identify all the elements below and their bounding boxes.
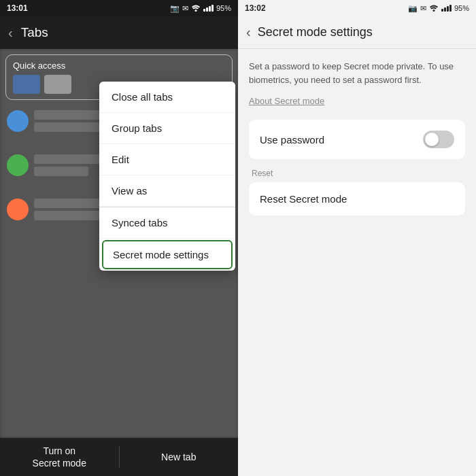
toggle-knob xyxy=(425,133,439,146)
battery-left: 95% xyxy=(216,4,231,12)
tab-bar-3b xyxy=(34,211,109,220)
turn-on-secret-mode-button[interactable]: Turn on Secret mode xyxy=(0,445,119,469)
tab-icon-3 xyxy=(7,199,29,220)
wifi-icon-right xyxy=(429,4,439,13)
thumbnail-1 xyxy=(13,75,40,94)
use-password-label: Use password xyxy=(260,134,324,146)
quick-access-label: Quick access xyxy=(13,61,225,71)
dropdown-menu: Close all tabs Group tabs Edit View as S… xyxy=(99,82,235,271)
menu-view-as[interactable]: View as xyxy=(99,175,235,207)
menu-group-tabs[interactable]: Group tabs xyxy=(99,113,235,144)
status-bar-left: 13:01 📷 ✉ 95% xyxy=(0,0,238,16)
svg-point-1 xyxy=(432,10,435,12)
status-time-right: 13:02 xyxy=(245,3,266,13)
menu-edit[interactable]: Edit xyxy=(99,144,235,175)
left-panel: 13:01 📷 ✉ 95% ‹ xyxy=(0,0,238,476)
thumbnail-2 xyxy=(44,75,71,94)
use-password-card: Use password xyxy=(249,120,465,159)
settings-content: Set a password to keep Secret mode priva… xyxy=(238,49,476,476)
back-button-right[interactable]: ‹ xyxy=(246,24,251,40)
svg-point-0 xyxy=(194,10,197,12)
signal-icon-right xyxy=(441,3,452,13)
wifi-icon xyxy=(191,4,201,13)
tab-icon-1 xyxy=(7,110,29,132)
battery-right: 95% xyxy=(454,4,469,12)
use-password-toggle[interactable] xyxy=(423,131,454,148)
back-button-left[interactable]: ‹ xyxy=(8,25,13,41)
photo-icon: 📷 xyxy=(170,4,180,13)
photo-icon-right: 📷 xyxy=(408,4,418,13)
bottom-bar-left: Turn on Secret mode New tab xyxy=(0,438,238,476)
page-title-left: Tabs xyxy=(21,25,48,40)
top-bar-right: ‹ Secret mode settings xyxy=(238,16,476,49)
status-bar-right: 13:02 📷 ✉ 95% xyxy=(238,0,476,16)
mail-icon: ✉ xyxy=(182,4,188,13)
page-title-right: Secret mode settings xyxy=(258,25,373,39)
top-bar-left: ‹ Tabs xyxy=(0,16,238,49)
menu-close-all-tabs[interactable]: Close all tabs xyxy=(99,82,235,113)
tabs-content: Quick access xyxy=(0,49,238,438)
menu-synced-tabs[interactable]: Synced tabs xyxy=(99,207,235,239)
status-icons-right: 📷 ✉ 95% xyxy=(408,3,469,13)
status-icons-left: 📷 ✉ 95% xyxy=(170,3,231,13)
tab-bar-2b xyxy=(34,167,88,176)
reset-secret-mode-row[interactable]: Reset Secret mode xyxy=(249,182,465,216)
new-tab-button[interactable]: New tab xyxy=(120,451,239,463)
about-secret-mode-link[interactable]: About Secret mode xyxy=(249,96,465,106)
menu-secret-mode-settings[interactable]: Secret mode settings xyxy=(102,240,233,269)
use-password-row: Use password xyxy=(249,120,465,159)
tab-icon-2 xyxy=(7,154,29,176)
settings-description: Set a password to keep Secret mode priva… xyxy=(249,60,465,86)
status-time-left: 13:01 xyxy=(7,3,28,13)
signal-icon-left xyxy=(203,3,214,13)
tab-bar-1b xyxy=(34,122,102,132)
reset-section-label: Reset xyxy=(252,169,465,178)
right-panel: 13:02 📷 ✉ 95% ‹ xyxy=(238,0,476,476)
mail-icon-right: ✉ xyxy=(420,4,426,13)
